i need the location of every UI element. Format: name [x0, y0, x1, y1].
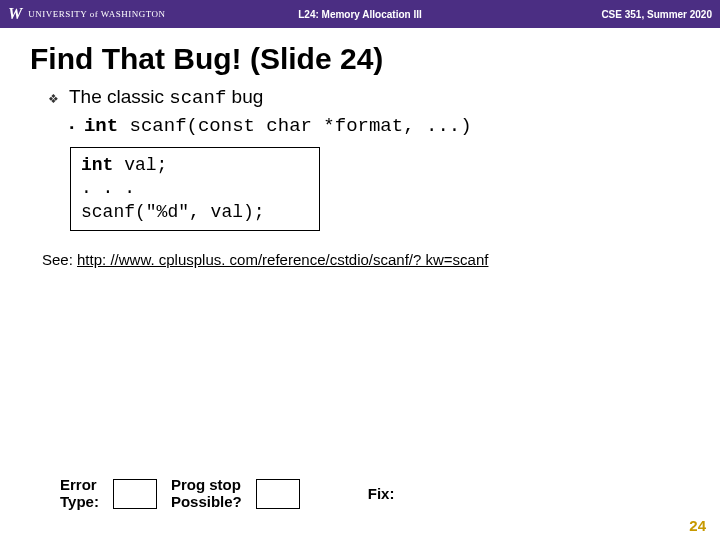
- code-l3: scanf("%d", val);: [81, 202, 265, 222]
- reference-link[interactable]: http: //www. cplusplus. com/reference/cs…: [77, 251, 488, 268]
- bullet1-pre: The classic: [69, 86, 169, 107]
- lecture-label: L24: Memory Allocation III: [298, 9, 422, 20]
- bullet1-text: The classic scanf bug: [69, 86, 263, 109]
- prog-stop-box: [256, 479, 300, 509]
- see-reference: See: http: //www. cplusplus. com/referen…: [42, 251, 690, 268]
- scanf-signature: int scanf(const char *format, ...): [84, 115, 472, 137]
- bullet-level-2: ▪ int scanf(const char *format, ...): [70, 115, 690, 137]
- uw-logo-icon: W: [8, 5, 22, 23]
- answer-row: Error Type: Prog stop Possible? Fix:: [60, 477, 394, 510]
- slide-header: W UNIVERSITY of WASHINGTON L24: Memory A…: [0, 0, 720, 28]
- see-label: See:: [42, 251, 77, 268]
- fix-label: Fix:: [368, 485, 395, 502]
- university-name: UNIVERSITY of WASHINGTON: [28, 9, 165, 19]
- error-type-box: [113, 479, 157, 509]
- bullet1-code: scanf: [169, 87, 226, 109]
- slide-title: Find That Bug! (Slide 24): [0, 28, 720, 86]
- prog-stop-label: Prog stop Possible?: [171, 477, 242, 510]
- header-left: W UNIVERSITY of WASHINGTON: [8, 5, 166, 23]
- error-type-label: Error Type:: [60, 477, 99, 510]
- error-type-l1: Error: [60, 477, 99, 494]
- prog-stop-l2: Possible?: [171, 494, 242, 511]
- code-l2: . . .: [81, 178, 135, 198]
- square-bullet-icon: ▪: [70, 121, 74, 133]
- bullet-level-1: ❖ The classic scanf bug: [48, 86, 690, 109]
- keyword-int: int: [84, 115, 118, 137]
- error-type-l2: Type:: [60, 494, 99, 511]
- signature-rest: scanf(const char *format, ...): [118, 115, 471, 137]
- bullet1-post: bug: [226, 86, 263, 107]
- slide-body: ❖ The classic scanf bug ▪ int scanf(cons…: [0, 86, 720, 268]
- code-box: int val; . . . scanf("%d", val);: [70, 147, 320, 231]
- diamond-bullet-icon: ❖: [48, 92, 59, 106]
- course-label: CSE 351, Summer 2020: [601, 9, 712, 20]
- code-kw: int: [81, 155, 113, 175]
- prog-stop-l1: Prog stop: [171, 477, 242, 494]
- page-number: 24: [689, 517, 706, 534]
- code-l1-rest: val;: [113, 155, 167, 175]
